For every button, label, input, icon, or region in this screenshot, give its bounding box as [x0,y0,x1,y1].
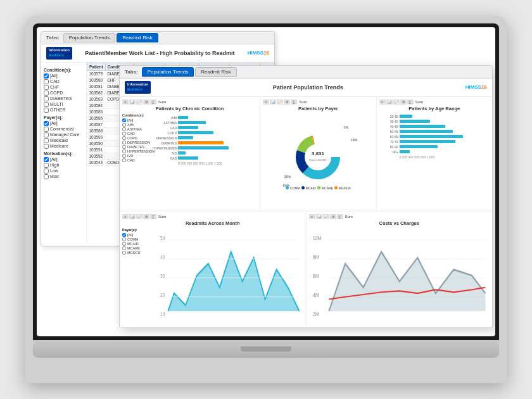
toolbar-icon-2[interactable]: 📊 [129,99,136,104]
toolbar-icon-11[interactable]: ≡ [379,99,386,104]
c1-hypertension[interactable]: HYPERTENSION [122,149,153,153]
c1-copd[interactable]: COPD [122,136,153,140]
toolbar-icon-18[interactable]: 📈 [136,214,142,219]
toolbar-icon-9[interactable]: ⚙ [284,99,290,104]
trends-header: Information Builders Patient Population … [120,79,492,97]
toolbar-icon-23[interactable]: 📈 [323,214,329,219]
p4-all[interactable]: [All] [122,233,151,237]
logo-front-line2: Builders [127,87,142,91]
p4-comm[interactable]: COMM [122,238,151,241]
sum-label-1: Sum [158,100,166,104]
tabs-label: Tabs: [44,34,62,42]
toolbar-icon-16[interactable]: ≡ [122,214,129,219]
c1-cad[interactable]: CAD [122,132,153,136]
toolbar-icon-6[interactable]: ≡ [263,99,269,104]
condition-other[interactable]: OTHER [44,108,84,113]
toolbar-icon-19[interactable]: ⚙ [143,214,149,219]
chart-age: ≡ 📊 📈 ⚙ ∑ Sum Patients by Age Range [377,97,492,211]
condition-cad[interactable]: CAD [44,79,84,84]
toolbar-icon-8[interactable]: 📈 [277,99,283,104]
toolbar-icon-7[interactable]: 📊 [270,99,276,104]
trends-card: Tabs: Population Trends Readmit Risk Inf… [119,65,493,328]
age-bars: 20-30 30-40 40-49 50-59 60-69 70-79 80-9… [379,113,490,208]
chart5-toolbar: ≡ 📊 📈 ⚙ ∑ Sum [309,214,490,219]
screen-bezel: Tabs: Population Trends Readmit Risk Inf… [33,23,499,340]
chart1-title: Patients by Chronic Condition [122,106,257,111]
toolbar-icon-21[interactable]: ≡ [309,214,315,219]
toolbar-icon-13[interactable]: 📈 [393,99,400,104]
chart-conditions: ≡ 📊 📈 ⚙ ∑ Sum Patients by Chronic Condit… [120,97,260,211]
payer-managed[interactable]: Managed Care [44,132,84,137]
bar-asthma: ASTHMA [153,121,257,125]
payer-medicaid[interactable]: Medicaid [44,138,84,143]
c1-depression[interactable]: DEPRESSION [122,141,153,144]
payer-medicare[interactable]: Medicare [44,144,84,149]
chart4-title: Readmits Across Month [122,220,303,226]
toolbar-icon-12[interactable]: 📊 [386,99,393,104]
svg-text:20: 20 [160,291,165,298]
legend-mcare: MCARE [317,186,333,190]
toolbar-icon-25[interactable]: ∑ [337,214,343,219]
svg-text:6M: 6M [312,272,319,279]
condition-diabetes[interactable]: DIABETES [44,96,84,101]
tab-readmit-front[interactable]: Readmit Risk [195,67,237,77]
toolbar-icon-3[interactable]: 📈 [136,99,142,104]
bar-diabetes: DIABETES [153,141,257,145]
donut-legend: COMM MCAID MCARE MGDCR [286,186,351,190]
motivation-high[interactable]: High [44,163,84,168]
chart1-conditions-label: Condition(s): [122,113,153,117]
motivation-low[interactable]: Low [44,168,84,174]
condition-all[interactable]: [All] [44,73,84,79]
motivation-all[interactable]: [All] [44,157,84,162]
tab-population-front[interactable]: Population Trends [142,67,194,77]
sum-label-4: Sum [158,215,166,218]
toolbar-icon-14[interactable]: ⚙ [400,99,407,104]
svg-text:10M: 10M [312,234,321,241]
bar-depression: DEPRESSION [153,136,257,140]
condition-copd[interactable]: COPD [44,91,84,96]
toolbar-icon-10[interactable]: ∑ [291,99,297,104]
toolbar-icon-4[interactable]: ⚙ [143,99,149,104]
svg-text:10: 10 [160,310,165,317]
himss-logo-back: HIMSS16 [248,50,269,56]
bar-cad1: CAD [153,126,257,130]
c1-asthma[interactable]: ASTHMA [122,127,153,131]
p4-mgdcr[interactable]: MGDCR [122,251,151,255]
sum-label-5: Sum [345,215,353,218]
toolbar-icon-5[interactable]: ∑ [150,99,156,104]
p4-mcare[interactable]: MCARE [122,246,151,250]
donut-center-value: 3,831 [312,151,325,156]
c1-diabetes[interactable]: DIABETES [122,145,153,149]
toolbar-icon-1[interactable]: ≡ [122,99,129,104]
payer-all[interactable]: [All] [44,121,84,126]
col-patient: Patient [87,63,106,70]
payer-commercial[interactable]: Commercial [44,127,84,132]
toolbar-icon-15[interactable]: ∑ [407,99,414,104]
pct-19: 19% [350,138,357,142]
toolbar-icon-17[interactable]: 📊 [129,214,136,219]
charges-fill [329,251,485,311]
c1-all[interactable]: [All] [122,118,153,122]
p4-mcaid[interactable]: MCAID [122,242,151,246]
motivation-mod[interactable]: Mod [44,174,84,179]
age-70-79: 70-79 [379,140,490,144]
toolbar-icon-22[interactable]: 📊 [316,214,322,219]
logo-front-line1: Information [127,82,148,87]
tab-readmit-back[interactable]: Readmit Risk [117,33,158,42]
legend-mgdcr-label: MGDCR [339,186,351,190]
condition-multi[interactable]: MULTI [44,102,84,107]
c1-ivd[interactable]: IVD [122,154,153,158]
c1-aim[interactable]: AIM [122,123,153,127]
c1-cad2[interactable]: CAD [122,158,153,162]
worklist-sidebar: Condition(s): [All] CAD CHF COPD DIABETE… [41,63,87,244]
legend-dot-mgdcr [334,186,338,189]
screen-content: Tabs: Population Trends Readmit Risk Inf… [37,27,495,336]
toolbar-icon-24[interactable]: ⚙ [330,214,336,219]
toolbar-icon-20[interactable]: ∑ [150,214,156,219]
condition-chf[interactable]: CHF [44,85,84,90]
donut-center-label: Patient COUNT [309,158,327,162]
age-40-49: 40-49 [379,125,490,129]
chart-readmits: ≡ 📊 📈 ⚙ ∑ Sum Readmits Across Month [120,212,307,326]
tab-population-back[interactable]: Population Trends [63,33,116,42]
pct-1: 1% [343,125,348,129]
